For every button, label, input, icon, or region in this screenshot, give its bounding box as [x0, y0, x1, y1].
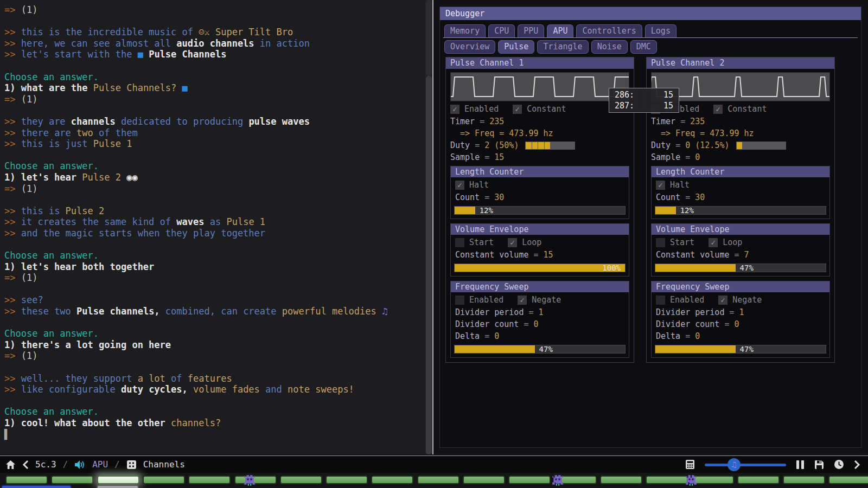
progress-segment[interactable]	[463, 476, 505, 484]
terminal-line: >> here, we can see almost all audio cha…	[4, 38, 425, 49]
terminal-text-span: >>	[4, 294, 21, 305]
slider-track[interactable]	[705, 464, 786, 466]
delta-equals: =	[480, 331, 494, 342]
terminal-line: >> well... they support a lot of feature…	[4, 373, 425, 384]
count-equals: =	[680, 192, 695, 203]
sample-label: Sample	[651, 152, 680, 163]
duty-label: Duty	[450, 140, 470, 151]
subtab-pulse[interactable]: Pulse	[498, 40, 534, 54]
subtab-overview[interactable]: Overview	[444, 40, 495, 54]
duty-cell	[538, 142, 544, 149]
halt-row: ✓Halt	[656, 180, 825, 190]
progress-segment[interactable]	[417, 476, 459, 484]
loop-checkbox-item: ✓Loop	[508, 237, 541, 247]
terminal-text-span: Pulse 1	[93, 138, 132, 149]
terminal-line: >> like configurable duty cycles, volume…	[4, 384, 425, 395]
progress-segment[interactable]	[783, 476, 825, 484]
halt-checkbox[interactable]: ✓	[455, 181, 464, 190]
terminal-text-span: >>	[4, 116, 21, 127]
terminal-text-span: 1) let's hear both together	[4, 261, 154, 272]
terminal-text-span: let's start with the	[21, 49, 138, 60]
progress-segment[interactable]	[646, 476, 688, 484]
music-note-slider-knob[interactable]: ♫	[727, 458, 741, 471]
terminal-text-span: of them	[93, 127, 138, 138]
subtab-noise[interactable]: Noise	[591, 40, 628, 54]
tab-cpu[interactable]: CPU	[488, 24, 515, 37]
terminal-text-span: audio channels	[176, 38, 254, 49]
progress-segment[interactable]	[188, 476, 231, 484]
divider-count-value: 0	[735, 319, 739, 330]
tab-memory[interactable]: Memory	[444, 24, 486, 37]
sample-row: Sample = 0	[651, 152, 830, 163]
divider-count-row: Divider count = 0	[656, 319, 825, 330]
terminal-text-span: >>	[4, 138, 21, 149]
debugger-titlebar[interactable]: Debugger	[440, 7, 861, 20]
chevron-right-icon[interactable]	[854, 460, 860, 470]
progress-segment[interactable]	[5, 476, 48, 484]
constant-checkbox[interactable]: ✓	[513, 105, 522, 114]
terminal-line: Choose an answer.	[4, 328, 425, 339]
progress-segment[interactable]	[326, 476, 368, 484]
halt-checkbox[interactable]: ✓	[656, 181, 665, 190]
negate-label: Negate	[532, 295, 561, 305]
negate-checkbox[interactable]: ✓	[518, 296, 527, 305]
loop-label: Loop	[723, 237, 742, 247]
progress-segment[interactable]	[143, 476, 185, 484]
sweep-enabled-checkbox[interactable]	[455, 296, 464, 305]
terminal-text-span: they are	[21, 116, 71, 127]
negate-checkbox[interactable]: ✓	[718, 296, 727, 305]
constant-checkbox[interactable]: ✓	[713, 105, 723, 114]
breadcrumb-section[interactable]: APU	[92, 459, 108, 470]
start-checkbox[interactable]	[656, 238, 665, 247]
divider-period-value: 1	[739, 307, 744, 318]
progress-segment[interactable]	[51, 476, 93, 484]
music-volume-slider[interactable]: ♫	[705, 458, 786, 471]
calculator-icon[interactable]	[685, 459, 695, 470]
enabled-checkbox[interactable]: ✓	[450, 105, 459, 114]
debugger-tab-row-apu: OverviewPulseTriangleNoiseDMC	[443, 40, 858, 54]
clock-icon[interactable]	[834, 459, 844, 470]
scrollbar-thumb[interactable]	[426, 76, 432, 454]
subtab-triangle[interactable]: Triangle	[537, 40, 588, 54]
terminal-text-span: Choose an answer.	[4, 250, 99, 261]
tab-ppu[interactable]: PPU	[518, 24, 544, 37]
enabled-checkbox-item: ✓Enabled	[450, 104, 499, 114]
terminal-text-span: duty cycles,	[121, 384, 188, 395]
breadcrumb-page[interactable]: 5c.3	[35, 459, 56, 470]
progress-segment[interactable]	[508, 476, 551, 484]
progress-segment[interactable]	[692, 476, 734, 484]
terminal-text-span: ◉◉	[121, 172, 138, 183]
progress-segment[interactable]	[600, 476, 642, 484]
duty-cell	[774, 142, 779, 149]
terminal-line: Choose an answer.	[4, 250, 425, 261]
terminal-scrollbar[interactable]	[425, 0, 432, 454]
tab-controllers[interactable]: Controllers	[576, 24, 642, 37]
tab-apu[interactable]: APU	[547, 24, 573, 37]
terminal-line: >> see?	[4, 294, 425, 306]
chevron-left-icon[interactable]	[22, 460, 29, 470]
save-icon[interactable]	[814, 460, 824, 470]
sweep-enabled-checkbox[interactable]	[656, 296, 665, 305]
duty-cell	[761, 142, 767, 149]
terminal-line	[4, 284, 425, 295]
terminal-text-span: (1)	[21, 272, 38, 283]
progress-segment[interactable]	[828, 476, 868, 484]
home-icon[interactable]	[5, 460, 16, 470]
loop-checkbox[interactable]: ✓	[508, 238, 517, 247]
progress-segment[interactable]	[280, 476, 322, 484]
progress-segment-current[interactable]	[97, 476, 139, 484]
progress-segment[interactable]	[737, 476, 780, 484]
terminal-text-span: like configurable	[21, 384, 121, 395]
terminal-line	[4, 60, 425, 72]
progress-segment[interactable]	[371, 476, 413, 484]
start-checkbox[interactable]	[455, 238, 464, 247]
terminal-text-span: (1)	[21, 4, 38, 15]
tab-logs[interactable]: Logs	[645, 24, 676, 37]
terminal-text-span: Pulse 2	[66, 206, 105, 216]
subtab-dmc[interactable]: DMC	[630, 40, 657, 54]
loop-checkbox[interactable]: ✓	[709, 238, 718, 247]
timer-value: 235	[690, 116, 705, 127]
pause-icon[interactable]	[796, 460, 805, 470]
terminal-text-span: (1)	[21, 94, 38, 105]
constant-volume-label: Constant volume	[455, 249, 528, 260]
